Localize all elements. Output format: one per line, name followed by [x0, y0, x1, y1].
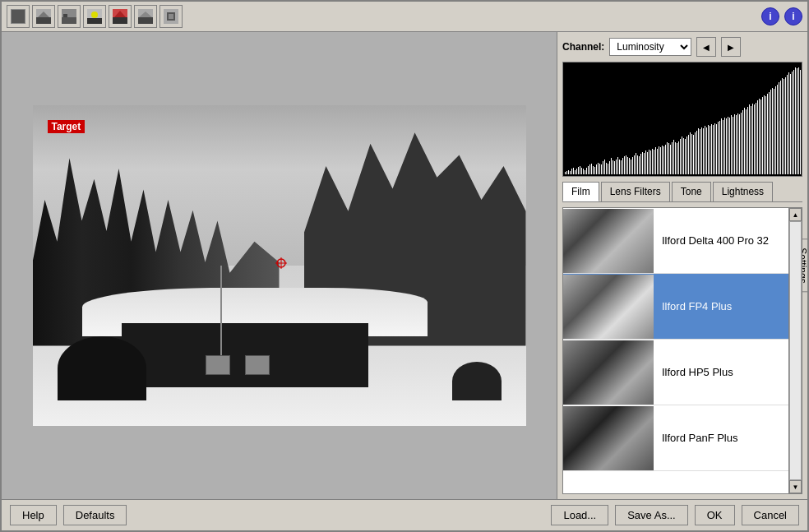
target-label: Target	[48, 120, 86, 133]
toolbar: i i	[2, 2, 807, 32]
film-name-2: Ilford HP5 Plus	[654, 366, 742, 378]
svg-rect-9	[87, 18, 102, 24]
image-container: Target	[33, 105, 526, 426]
svg-point-10	[91, 12, 98, 18]
film-item-2[interactable]: Ilford HP5 Plus	[563, 340, 802, 405]
svg-rect-6	[62, 17, 76, 24]
channel-row: Channel: Luminosity Red Green Blue ◀ ▶	[562, 37, 802, 57]
channel-select[interactable]: Luminosity Red Green Blue	[609, 38, 691, 56]
svg-rect-1	[12, 10, 25, 23]
film-list: Ilford Delta 400 Pro 32 Ilford FP4 Plus …	[562, 207, 802, 494]
channel-next-btn[interactable]: ▶	[721, 37, 741, 57]
info-button-1[interactable]: i	[761, 7, 779, 25]
bottom-bar: Help Defaults Load... Save As... OK Canc…	[2, 499, 807, 530]
tabs: Film Lens Filters Tone Lightness	[562, 182, 802, 202]
scroll-track[interactable]	[789, 221, 802, 480]
film-thumb-2	[563, 340, 654, 405]
film-item-0[interactable]: Ilford Delta 400 Pro 32	[563, 208, 802, 274]
list-scrollbar: ▲ ▼	[788, 208, 802, 493]
main-window: i i	[0, 0, 809, 532]
scroll-up-btn[interactable]: ▲	[789, 208, 802, 221]
film-thumb-3	[563, 406, 654, 470]
toolbar-btn-3[interactable]	[58, 5, 81, 28]
svg-rect-3	[36, 17, 51, 24]
tab-tone[interactable]: Tone	[672, 182, 711, 201]
svg-rect-15	[138, 17, 153, 24]
film-item-3[interactable]: Ilford PanF Plus	[563, 405, 802, 471]
film-item-1[interactable]: Ilford FP4 Plus	[563, 274, 802, 340]
save-as-button[interactable]: Save As...	[615, 505, 688, 525]
film-name-0: Ilford Delta 400 Pro 32	[654, 234, 777, 247]
help-button[interactable]: Help	[10, 505, 57, 525]
film-name-3: Ilford PanF Plus	[654, 432, 747, 444]
svg-rect-12	[113, 17, 127, 24]
defaults-button[interactable]: Defaults	[63, 505, 127, 525]
tab-film[interactable]: Film	[562, 182, 599, 201]
crosshair	[275, 257, 287, 269]
toolbar-btn-2[interactable]	[32, 5, 55, 28]
film-name-1: Ilford FP4 Plus	[654, 300, 740, 312]
cancel-button[interactable]: Cancel	[742, 505, 799, 525]
histogram	[562, 62, 802, 177]
toolbar-btn-4[interactable]	[83, 5, 106, 28]
ok-button[interactable]: OK	[695, 505, 735, 525]
toolbar-btn-1[interactable]	[7, 5, 30, 28]
film-thumb-0	[563, 209, 654, 273]
toolbar-btn-6[interactable]	[134, 5, 157, 28]
load-button[interactable]: Load...	[551, 505, 608, 525]
svg-rect-19	[169, 14, 173, 19]
channel-label: Channel:	[562, 41, 604, 53]
toolbar-btn-7[interactable]	[159, 5, 183, 28]
channel-prev-btn[interactable]: ◀	[696, 37, 716, 57]
right-panel: Settings Channel: Luminosity Red Green B…	[557, 32, 807, 499]
info-button-2[interactable]: i	[784, 7, 802, 25]
scroll-down-btn[interactable]: ▼	[789, 480, 802, 493]
tab-lightness[interactable]: Lightness	[713, 182, 773, 201]
toolbar-btn-5[interactable]	[109, 5, 132, 28]
content-area: Target Settings Channel: Luminosi	[2, 32, 807, 499]
tab-lens-filters[interactable]: Lens Filters	[601, 182, 670, 201]
film-thumb-1	[563, 275, 654, 339]
svg-rect-7	[63, 14, 67, 17]
image-panel: Target	[2, 32, 557, 499]
